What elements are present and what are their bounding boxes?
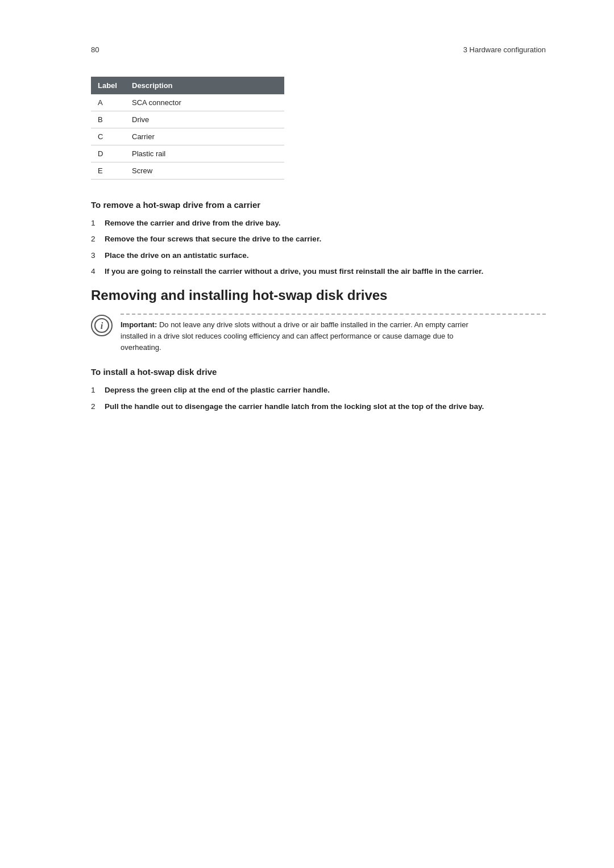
note-box: i Important: Do not leave any drive slot… xyxy=(91,314,546,353)
table-row: DPlastic rail xyxy=(91,145,284,162)
step-number: 4 xyxy=(91,266,105,277)
table-row: ASCA connector xyxy=(91,94,284,111)
page-header: 80 3 Hardware configuration xyxy=(91,45,546,54)
step-number: 1 xyxy=(91,385,105,396)
note-content: Important: Do not leave any drive slots … xyxy=(121,319,473,353)
table-cell-description: SCA connector xyxy=(125,94,284,111)
table-header-label: Label xyxy=(91,77,125,94)
step-text: Place the drive on an antistatic surface… xyxy=(105,250,546,261)
step-text: Pull the handle out to disengage the car… xyxy=(105,401,546,412)
main-section-heading: Removing and installing hot-swap disk dr… xyxy=(91,287,546,303)
install-section-heading: To install a hot-swap disk drive xyxy=(91,367,546,377)
step-text: Remove the carrier and drive from the dr… xyxy=(105,218,546,229)
table-cell-description: Screw xyxy=(125,162,284,180)
table-cell-label: E xyxy=(91,162,125,180)
svg-text:i: i xyxy=(101,321,103,331)
note-important-label: Important: xyxy=(121,320,157,329)
table-cell-description: Carrier xyxy=(125,128,284,145)
label-description-table: Label Description ASCA connectorBDriveCC… xyxy=(91,77,284,180)
list-item: 1Remove the carrier and drive from the d… xyxy=(91,218,546,229)
note-header-row xyxy=(121,314,546,315)
table-row: EScrew xyxy=(91,162,284,180)
important-icon: i xyxy=(91,315,113,336)
list-item: 1Depress the green clip at the end of th… xyxy=(91,385,546,396)
step-number: 2 xyxy=(91,401,105,412)
list-item: 2Remove the four screws that secure the … xyxy=(91,233,546,245)
table-cell-label: C xyxy=(91,128,125,145)
step-text: Depress the green clip at the end of the… xyxy=(105,385,546,396)
step-text: If you are going to reinstall the carrie… xyxy=(105,266,546,277)
table-cell-label: B xyxy=(91,111,125,128)
table-cell-description: Drive xyxy=(125,111,284,128)
note-icon-area: i xyxy=(91,314,113,336)
table-cell-label: A xyxy=(91,94,125,111)
list-item: 3Place the drive on an antistatic surfac… xyxy=(91,250,546,261)
step-number: 2 xyxy=(91,233,105,245)
list-item: 4If you are going to reinstall the carri… xyxy=(91,266,546,277)
table-row: CCarrier xyxy=(91,128,284,145)
note-text: Do not leave any drive slots without a d… xyxy=(121,320,468,352)
remove-steps-list: 1Remove the carrier and drive from the d… xyxy=(91,218,546,277)
step-number: 1 xyxy=(91,218,105,229)
list-item: 2Pull the handle out to disengage the ca… xyxy=(91,401,546,412)
table-cell-label: D xyxy=(91,145,125,162)
table-row: BDrive xyxy=(91,111,284,128)
table-cell-description: Plastic rail xyxy=(125,145,284,162)
install-steps-list: 1Depress the green clip at the end of th… xyxy=(91,385,546,412)
step-number: 3 xyxy=(91,250,105,261)
table-header-description: Description xyxy=(125,77,284,94)
page-section-title: 3 Hardware configuration xyxy=(463,45,546,54)
step-text: Remove the four screws that secure the d… xyxy=(105,233,546,245)
page-number: 80 xyxy=(91,45,99,54)
page-container: 80 3 Hardware configuration Label Descri… xyxy=(0,0,614,868)
remove-section-heading: To remove a hot-swap drive from a carrie… xyxy=(91,200,546,210)
